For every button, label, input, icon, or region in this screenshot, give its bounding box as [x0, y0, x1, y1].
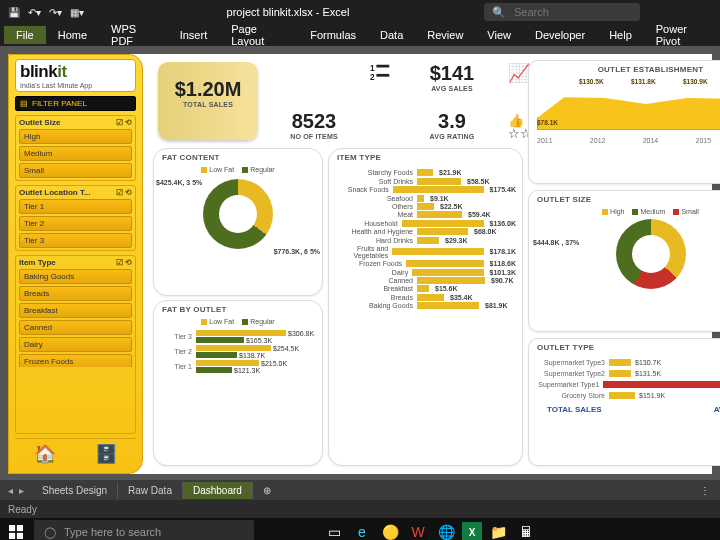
bar-row: Snack Foods$175.4K [335, 186, 516, 193]
slicer-item-type[interactable]: Item Type☑⟲ Baking GoodsBreadsBreakfastC… [15, 255, 136, 434]
add-sheet-button[interactable]: ⊕ [253, 482, 281, 499]
wps-icon[interactable]: W [406, 520, 430, 540]
clear-filter-icon[interactable]: ⟲ [125, 118, 132, 127]
chart-item-type[interactable]: ITEM TYPE Starchy Foods$21.9KSoft Drinks… [328, 148, 523, 466]
kpi-total-sales: $1.20M TOTAL SALES [158, 62, 258, 140]
svg-text:2: 2 [370, 73, 375, 82]
chart-outlet-establishment[interactable]: OUTLET ESTABLISHMENT $78.1K $130.5K $131… [528, 60, 720, 184]
slicer-item[interactable]: Tier 1 [19, 199, 132, 214]
status-bar: Ready [0, 500, 720, 518]
redo-icon[interactable]: ↷▾ [49, 7, 62, 18]
quick-access-toolbar: 💾 ↶▾ ↷▾ ▦▾ [0, 7, 92, 18]
sheet-nav[interactable]: ◂▸ [0, 485, 32, 496]
undo-icon[interactable]: ↶▾ [28, 7, 41, 18]
tab-data[interactable]: Data [368, 26, 415, 44]
tell-me-search[interactable]: 🔍 [484, 3, 640, 21]
clear-filter-icon[interactable]: ⟲ [125, 188, 132, 197]
outlet-type-footer-right: AVG SALE [714, 405, 720, 414]
svg-rect-4 [9, 525, 15, 531]
calculator-icon[interactable]: 🖩 [514, 520, 538, 540]
slicer-item[interactable]: Frozen Foods [19, 354, 132, 367]
sheet-tab-dashboard[interactable]: Dashboard [183, 482, 253, 499]
cortana-icon: ◯ [44, 526, 56, 539]
tab-developer[interactable]: Developer [523, 26, 597, 44]
search-input[interactable] [512, 5, 632, 19]
slicer-item[interactable]: High [19, 129, 132, 144]
tab-help[interactable]: Help [597, 26, 644, 44]
slicer-outlet-location[interactable]: Outlet Location T...☑⟲ Tier 1Tier 2Tier … [15, 185, 136, 251]
sheet-options-icon[interactable]: ⋮ [700, 485, 720, 496]
chrome-icon[interactable]: 🟡 [378, 520, 402, 540]
slicer-item[interactable]: Tier 2 [19, 216, 132, 231]
save-icon[interactable]: 💾 [8, 7, 20, 18]
clear-filter-icon[interactable]: ⟲ [125, 258, 132, 267]
bar-row: Breakfast$15.6K [335, 285, 516, 292]
worksheet-canvas[interactable]: blinkit India's Last Minute App ▤ FILTER… [0, 46, 720, 480]
tab-insert[interactable]: Insert [168, 26, 220, 44]
filter-icon: ▤ [20, 99, 28, 108]
chart-fat-content[interactable]: FAT CONTENT Low FatRegular $425.4K, 3 5%… [153, 148, 323, 296]
bar-row: Canned$90.7K [335, 277, 516, 284]
sheet-tab-design[interactable]: Sheets Design [32, 482, 118, 499]
bar-row: Grocery Store$151.9K≡ [535, 390, 720, 400]
slicer-item[interactable]: Dairy [19, 337, 132, 352]
tab-view[interactable]: View [475, 26, 523, 44]
slicer-item[interactable]: Breakfast [19, 303, 132, 318]
tab-file[interactable]: File [4, 26, 46, 44]
slicer-item[interactable]: Canned [19, 320, 132, 335]
sheet-tab-bar: ◂▸ Sheets Design Raw Data Dashboard ⊕ ⋮ [0, 480, 720, 500]
start-button[interactable] [2, 518, 30, 540]
svg-text:1: 1 [370, 64, 375, 73]
bar-row: Supermarket Type3$130.7K≡ [535, 357, 720, 367]
slicer-outlet-size[interactable]: Outlet Size☑⟲ HighMediumSmall [15, 115, 136, 181]
slicer-item[interactable]: Medium [19, 146, 132, 161]
tab-home[interactable]: Home [46, 26, 99, 44]
outlet-type-footer-left: TOTAL SALES [547, 405, 602, 414]
explorer-icon[interactable]: 📁 [486, 520, 510, 540]
bar-row: Soft Drinks$58.5K [335, 178, 516, 185]
slicer-item[interactable]: Small [19, 163, 132, 178]
svg-rect-5 [17, 525, 23, 531]
brand-logo: blinkit India's Last Minute App [15, 59, 136, 92]
slicer-item[interactable]: Baking Goods [19, 269, 132, 284]
chart-outlet-size[interactable]: OUTLET SIZEOUTL HighMediumSmall $444.8K … [528, 190, 720, 332]
taskbar-search[interactable]: ◯Type here to search [34, 520, 254, 540]
filter-panel-button[interactable]: ▤ FILTER PANEL [15, 96, 136, 111]
task-view-icon[interactable]: ▭ [322, 520, 346, 540]
bar-row: Fruits and Vegetables$178.1K [335, 245, 516, 259]
slicer-item[interactable]: Tier 3 [19, 233, 132, 248]
database-icon[interactable]: 🗄️ [95, 443, 117, 465]
kpi-items: 8523 NO OF ITEMS [270, 62, 358, 140]
edge-icon[interactable]: e [350, 520, 374, 540]
tab-review[interactable]: Review [415, 26, 475, 44]
kpi-avg-sales: $141 AVG SALES 3.9 AVG RATING [408, 62, 496, 140]
svg-rect-7 [17, 533, 23, 539]
multiselect-icon[interactable]: ☑ [116, 188, 123, 197]
slicer-item[interactable]: Breads [19, 286, 132, 301]
bar-row: Others$22.5K [335, 203, 516, 210]
brand-tagline: India's Last Minute App [20, 82, 131, 89]
tab-formulas[interactable]: Formulas [298, 26, 368, 44]
multiselect-icon[interactable]: ☑ [116, 258, 123, 267]
home-icon[interactable]: 🏠 [34, 443, 56, 465]
grouped-bar-row: Tier 3 $306.8K $165.3K [160, 329, 316, 344]
chart-fat-by-outlet[interactable]: FAT BY OUTLET Low FatRegular Tier 3 $306… [153, 300, 323, 466]
kpi-row: $1.20M TOTAL SALES 8523 NO OF ITEMS 12 $… [158, 62, 544, 140]
chart-outlet-type[interactable]: OUTLET TYPE Supermarket Type3$130.7K≡Sup… [528, 338, 720, 466]
multiselect-icon[interactable]: ☑ [116, 118, 123, 127]
bar-row: Supermarket Type2$131.5K≡ [535, 368, 720, 378]
filter-sidebar: blinkit India's Last Minute App ▤ FILTER… [8, 54, 143, 474]
status-ready: Ready [8, 504, 37, 515]
grouped-bar-row: Tier 2 $254.5K $138.7K [160, 344, 316, 359]
ribbon-tabs: File Home WPS PDF Insert Page Layout For… [0, 24, 720, 46]
sheet-tab-raw[interactable]: Raw Data [118, 482, 183, 499]
bar-row: Starchy Foods$21.9K [335, 169, 516, 176]
svg-rect-3 [376, 74, 389, 77]
touch-mode-icon[interactable]: ▦▾ [70, 7, 84, 18]
chrome2-icon[interactable]: 🌐 [434, 520, 458, 540]
bar-row: Meat$59.4K [335, 211, 516, 218]
sidebar-footer: 🏠 🗄️ [15, 438, 136, 469]
excel-icon[interactable]: X [462, 522, 482, 540]
search-icon: 🔍 [492, 6, 506, 19]
grouped-bar-row: Tier 1 $215.0K $121.3K [160, 359, 316, 374]
